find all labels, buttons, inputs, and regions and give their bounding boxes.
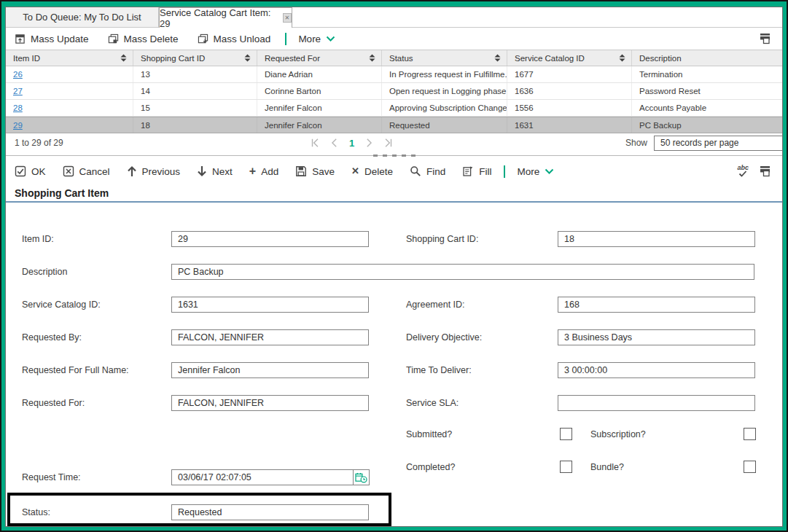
mass-update-button[interactable]: Mass Update <box>15 34 89 44</box>
shopping-cart-id-label: Shopping Cart ID: <box>406 234 558 244</box>
sort-icon[interactable] <box>494 54 501 62</box>
description-label: Description <box>22 267 171 277</box>
service-catalog-id-field[interactable] <box>171 297 369 313</box>
fill-label: Fill <box>479 166 491 177</box>
requested-for-field[interactable] <box>171 395 369 411</box>
save-floppy-icon <box>295 165 307 177</box>
tab-todo-queue[interactable]: To Do Queue: My To Do List <box>6 7 159 27</box>
previous-button[interactable]: Previous <box>127 165 181 177</box>
section-header: Shopping Cart Item <box>6 184 782 203</box>
column-header-status[interactable]: Status <box>382 50 507 66</box>
requested-for-full-name-field[interactable] <box>171 362 369 378</box>
table-row-selected[interactable]: 29 18 Jennifer Falcon Requested 1631 PC … <box>6 117 782 133</box>
app-content: To Do Queue: My To Do List Service Catal… <box>5 7 783 527</box>
sort-icon[interactable] <box>619 54 625 62</box>
list-print-button[interactable] <box>759 33 772 44</box>
bundle-checkbox[interactable] <box>744 461 756 473</box>
ok-check-icon <box>15 165 26 177</box>
sort-icon[interactable] <box>244 54 251 62</box>
column-header-shopping-cart-id[interactable]: Shopping Cart ID <box>133 50 257 66</box>
arrow-down-icon <box>197 165 207 177</box>
cancel-label: Cancel <box>79 166 110 177</box>
mass-unload-button[interactable]: Mass Unload <box>198 34 271 44</box>
search-icon <box>410 165 421 177</box>
last-page-icon[interactable] <box>383 138 394 148</box>
chevron-down-icon <box>326 36 335 42</box>
toolbar-separator <box>285 33 286 45</box>
request-time-field[interactable] <box>171 469 354 485</box>
item-id-label: Item ID: <box>22 234 171 244</box>
app-window: To Do Queue: My To Do List Service Catal… <box>0 0 788 532</box>
spellcheck-abc-icon: abc <box>737 165 749 171</box>
delivery-objective-field[interactable] <box>558 329 755 345</box>
record-more-button[interactable]: More <box>517 166 554 177</box>
mass-delete-button[interactable]: Mass Delete <box>108 34 179 44</box>
status-field[interactable] <box>171 504 369 520</box>
time-to-deliver-label: Time To Deliver: <box>406 365 558 375</box>
column-header-description[interactable]: Description <box>632 50 782 66</box>
previous-page-icon[interactable] <box>329 138 340 148</box>
item-id-link[interactable]: 29 <box>13 121 23 130</box>
fill-form-icon <box>462 165 474 177</box>
shopping-cart-id-field[interactable] <box>558 231 755 247</box>
previous-label: Previous <box>142 166 181 177</box>
item-id-link[interactable]: 27 <box>13 87 23 95</box>
spell-check-button[interactable]: abc <box>737 165 749 177</box>
ok-label: OK <box>31 166 46 177</box>
sort-icon[interactable] <box>120 54 127 62</box>
delete-button[interactable]: ✕ Delete <box>351 166 393 177</box>
next-button[interactable]: Next <box>197 165 233 177</box>
page-size-select[interactable]: 50 records per page <box>654 136 783 151</box>
status-label: Status: <box>22 507 171 517</box>
delivery-objective-label: Delivery Objective: <box>406 332 558 343</box>
requested-for-full-name-label: Requested For Full Name: <box>22 365 171 375</box>
submitted-checkbox[interactable] <box>560 428 572 440</box>
table-row[interactable]: 27 14 Corinne Barton Open request in Log… <box>6 83 782 100</box>
column-header-requested-for[interactable]: Requested For <box>257 50 382 66</box>
service-sla-label: Service SLA: <box>406 398 558 408</box>
request-time-label: Request Time: <box>22 472 171 482</box>
service-sla-field[interactable] <box>558 395 755 411</box>
item-id-field[interactable] <box>171 231 369 247</box>
fill-button[interactable]: Fill <box>462 165 491 177</box>
cancel-button[interactable]: Cancel <box>63 165 110 177</box>
mass-update-icon <box>15 34 26 44</box>
column-header-service-catalog-id[interactable]: Service Catalog ID <box>507 50 632 66</box>
description-field[interactable] <box>171 264 754 280</box>
record-print-button[interactable] <box>759 165 772 177</box>
add-label: Add <box>261 166 278 177</box>
mass-delete-icon <box>108 34 119 44</box>
record-more-label: More <box>517 166 539 177</box>
table-row[interactable]: 28 15 Jennifer Falcon Approving Subscrip… <box>6 100 782 117</box>
subscription-checkbox[interactable] <box>744 428 756 440</box>
add-button[interactable]: + Add <box>249 166 278 177</box>
completed-checkbox[interactable] <box>560 461 572 473</box>
column-header-item-id[interactable]: Item ID <box>6 50 133 66</box>
completed-label: Completed? <box>406 462 560 472</box>
item-id-link[interactable]: 26 <box>13 70 23 79</box>
tab-cart-item-label: Service Catalog Cart Item: 29 <box>160 7 277 29</box>
table-row[interactable]: 26 13 Diane Adrian In Progress request i… <box>6 66 782 83</box>
next-page-icon[interactable] <box>364 138 374 148</box>
save-button[interactable]: Save <box>295 165 335 177</box>
ok-button[interactable]: OK <box>15 165 46 177</box>
find-button[interactable]: Find <box>410 165 445 177</box>
current-page-number[interactable]: 1 <box>349 138 354 149</box>
sort-icon[interactable] <box>369 54 375 62</box>
bundle-label: Bundle? <box>590 462 744 472</box>
first-page-icon[interactable] <box>310 138 320 148</box>
requested-for-label: Requested For: <box>22 398 171 408</box>
pagination-bar: 1 to 29 of 29 1 Show 50 records per page <box>6 133 782 152</box>
list-more-button[interactable]: More <box>298 34 335 44</box>
item-id-link[interactable]: 28 <box>13 103 23 112</box>
arrow-up-icon <box>127 165 137 177</box>
time-to-deliver-field[interactable] <box>558 362 755 378</box>
calendar-clock-icon[interactable] <box>353 469 370 485</box>
agreement-id-field[interactable] <box>558 297 755 313</box>
splitter-handle[interactable] <box>6 152 782 159</box>
requested-by-field[interactable] <box>171 329 369 345</box>
toolbar-separator <box>504 165 505 178</box>
tab-cart-item[interactable]: Service Catalog Cart Item: 29 ✕ <box>159 7 292 28</box>
tab-close-icon[interactable]: ✕ <box>283 13 292 23</box>
next-label: Next <box>212 166 233 177</box>
